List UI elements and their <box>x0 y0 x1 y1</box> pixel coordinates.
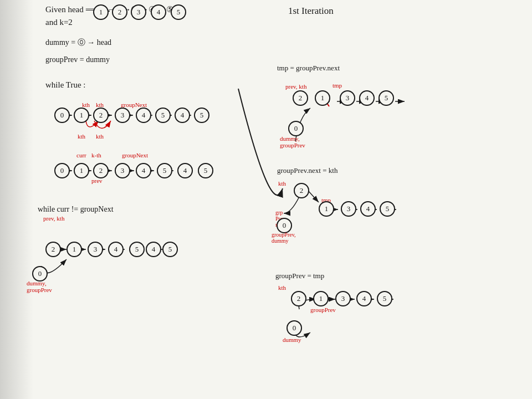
node-r1-2: 2 <box>293 90 308 106</box>
dummy-groupprev-right: dummy,groupPrev <box>280 135 305 149</box>
groupprev-eq: groupPrev = dummy <box>45 55 110 64</box>
node-given-5: 5 <box>171 4 186 20</box>
groupprev-dummy-mid: groupPrev,dummy <box>272 232 296 244</box>
while-true-label: while True : <box>45 80 86 90</box>
node-r3-2: 2 <box>291 291 306 306</box>
node-r3-0: 0 <box>287 320 302 336</box>
prev-kth-right: prev, kth <box>285 83 306 90</box>
groupprev-eq-tmp: groupPrev = tmp <box>275 272 324 280</box>
node-wt2-7: 5 <box>198 163 213 178</box>
node-wc-5b: 5 <box>162 242 178 257</box>
node-r3-5: 5 <box>377 291 392 306</box>
groupnext-label-row2: groupNext <box>122 152 148 158</box>
kth-bottom: kth <box>278 284 286 291</box>
node-wt1-2: 2 <box>93 108 109 123</box>
node-r1-3: 3 <box>340 90 355 106</box>
iteration-title: 1st Iteration <box>288 6 334 17</box>
node-given-1: 1 <box>93 4 109 20</box>
and-k-text: and k=2 <box>45 18 73 27</box>
node-wt1-0: 0 <box>54 108 70 123</box>
node-wt2-2: 2 <box>93 163 109 178</box>
node-r2-5: 5 <box>380 201 395 217</box>
node-wc-5: 5 <box>129 242 145 257</box>
node-r1-5: 5 <box>378 90 394 106</box>
node-wc-3: 3 <box>88 242 103 257</box>
node-r2-0: 0 <box>277 218 292 233</box>
kth-label-1: kth <box>82 101 90 108</box>
node-wt1-3: 3 <box>115 108 130 123</box>
kth-below-1: kth <box>78 133 85 140</box>
node-wt2-6: 4 <box>177 163 193 178</box>
node-wt2-4: 4 <box>136 163 151 178</box>
dummy-label-bottom: dummy <box>283 336 301 343</box>
node-wt1-4: 4 <box>136 108 151 123</box>
content: Given head ⟹ ①→②→③ →④ →⑤ 1 2 3 4 5 and k… <box>0 0 532 399</box>
kth-label-row2: k-th <box>91 152 101 158</box>
node-wt2-1: 1 <box>74 163 89 178</box>
node-r3-4: 4 <box>356 291 372 306</box>
node-r2-4: 4 <box>360 201 376 217</box>
tmp-eq-label: tmp = groupPrev.next <box>277 64 340 73</box>
node-wt1-5: 5 <box>155 108 171 123</box>
node-r2-2: 2 <box>294 183 309 198</box>
svg-line-35 <box>308 190 319 202</box>
groupprev-label-bottom: groupPrev <box>310 306 336 313</box>
prev-kth-small: prev, kth <box>43 215 64 222</box>
node-r1-4: 4 <box>359 90 375 106</box>
kth-right-mid: kth <box>278 180 286 187</box>
node-wt2-5: 5 <box>157 163 172 178</box>
node-wc-2: 2 <box>45 242 61 257</box>
dummy-eq: dummy = ⓪ → head <box>45 38 111 48</box>
node-r2-3: 3 <box>341 201 356 217</box>
node-r1-1: 1 <box>315 90 330 106</box>
whiteboard: Given head ⟹ ①→②→③ →④ →⑤ 1 2 3 4 5 and k… <box>0 0 532 399</box>
node-wt1-7: 5 <box>194 108 209 123</box>
node-wc-0: 0 <box>32 266 48 282</box>
node-given-3: 3 <box>131 4 146 20</box>
node-wc-1: 1 <box>66 242 82 257</box>
node-given-2: 2 <box>112 4 127 20</box>
node-r3-1: 1 <box>313 291 329 306</box>
node-wt2-0: 0 <box>54 163 70 178</box>
dummy-groupprev-label: dummy,groupPrev <box>27 280 52 293</box>
node-wc-4: 4 <box>108 242 124 257</box>
groupprev-next-eq: groupPrev.next = kth <box>277 166 337 175</box>
while-curr-label: while curr != groupNext <box>38 205 114 214</box>
node-given-4: 4 <box>151 4 166 20</box>
node-r3-3: 3 <box>335 291 351 306</box>
node-wt1-6: 4 <box>175 108 190 123</box>
node-r2-1: 1 <box>319 201 334 217</box>
node-wt1-1: 1 <box>74 108 89 123</box>
node-r1-0: 0 <box>288 121 304 136</box>
curr-label: curr <box>76 152 86 158</box>
node-wt2-3: 3 <box>115 163 130 178</box>
node-wc-4b: 4 <box>146 242 161 257</box>
tmp-label-right: tmp <box>332 82 342 89</box>
kth-below-2: kth <box>96 133 104 140</box>
